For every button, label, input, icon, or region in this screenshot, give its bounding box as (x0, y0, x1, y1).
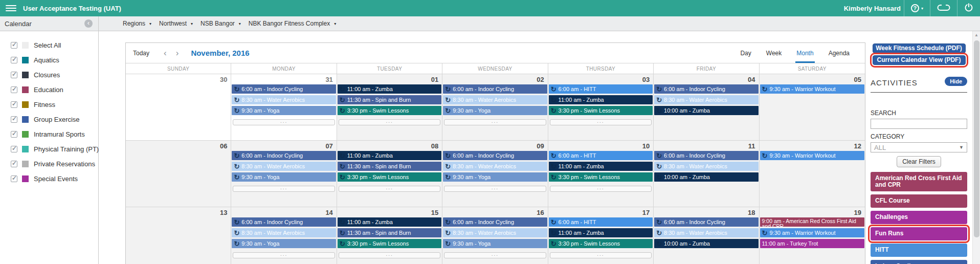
calendar-event[interactable]: ↻9:30 am - Yoga (443, 106, 547, 115)
activity-item[interactable]: Indoor Cycling (871, 260, 967, 264)
calendar-event[interactable]: ↻3:30 pm - Swim Lessons (338, 239, 441, 248)
vertical-scrollbar[interactable]: ▲ (972, 31, 980, 264)
more-events-button[interactable]: ... (339, 186, 440, 192)
day-cell[interactable]: 14↻6:00 am - Indoor Cycling↻8:30 am - Wa… (231, 207, 337, 264)
more-events-button[interactable]: ... (444, 252, 546, 258)
day-cell[interactable]: 13 (126, 207, 231, 264)
calendar-event[interactable]: ↻3:30 pm - Swim Lessons (338, 106, 441, 115)
more-events-button[interactable]: ... (339, 119, 440, 125)
breadcrumb-item[interactable]: NSB Bangor▾ (201, 20, 241, 27)
calendar-event[interactable]: ↻11:30 am - Spin and Burn (338, 162, 441, 171)
filter-item[interactable]: Education (0, 82, 98, 97)
calendar-event[interactable]: ↻3:30 pm - Swim Lessons (338, 172, 441, 182)
checkbox-checked-icon[interactable] (11, 101, 17, 108)
calendar-event[interactable]: ↻6:00 am - Indoor Cycling (654, 217, 758, 227)
calendar-event[interactable]: ↻8:30 am - Water Aerobics (443, 228, 547, 237)
filter-item[interactable]: Select All (0, 38, 98, 53)
filter-item[interactable]: Intramural Sports (0, 127, 98, 142)
filter-item[interactable]: Private Reservations (0, 157, 98, 171)
calendar-event[interactable]: ↻3:30 pm - Swim Lessons (549, 239, 653, 248)
calendar-event[interactable]: ↻11:30 am - Spin and Burn (338, 228, 441, 237)
previous-month-icon[interactable]: ‹ (164, 50, 167, 57)
day-cell[interactable]: 15↻11:00 am - Zumba↻11:30 am - Spin and … (337, 207, 442, 264)
tab-day[interactable]: Day (739, 43, 752, 63)
more-events-button[interactable]: ... (233, 119, 335, 125)
day-cell[interactable]: 12↻9:30 am - Warrior Workout (760, 141, 865, 207)
day-cell[interactable]: 10↻6:00 am - HITT↻11:00 am - Zumba↻3:30 … (548, 141, 654, 207)
calendar-event[interactable]: 11:00 am - Turkey Trot (760, 239, 864, 248)
day-cell[interactable]: 07↻6:00 am - Indoor Cycling↻8:30 am - Wa… (231, 141, 337, 207)
calendar-event[interactable]: ↻8:30 am - Water Aerobics (232, 95, 336, 104)
activity-item[interactable]: HITT (871, 244, 967, 257)
checkbox-checked-icon[interactable] (11, 161, 17, 167)
calendar-event[interactable]: ↻8:30 am - Water Aerobics (443, 162, 547, 171)
more-events-button[interactable]: ... (550, 186, 652, 192)
more-events-button[interactable]: ... (233, 186, 335, 192)
filter-item[interactable]: Special Events (0, 171, 98, 186)
calendar-event[interactable]: ↻8:30 am - Water Aerobics (232, 228, 336, 237)
search-input[interactable] (871, 119, 967, 129)
calendar-event[interactable]: ↻3:30 pm - Swim Lessons (549, 106, 653, 115)
calendar-event[interactable]: ↻8:30 am - Water Aerobics (232, 162, 336, 171)
menu-icon[interactable] (6, 4, 16, 13)
category-select[interactable]: ALL ▼ (871, 142, 967, 152)
calendar-event[interactable]: ↻9:30 am - Yoga (232, 106, 336, 115)
calendar-event[interactable]: ↻6:00 am - Indoor Cycling (443, 217, 547, 227)
checkbox-checked-icon[interactable] (11, 72, 17, 78)
more-events-button[interactable]: ... (444, 186, 546, 192)
calendar-event[interactable]: ↻6:00 am - Indoor Cycling (443, 84, 547, 94)
tab-agenda[interactable]: Agenda (828, 43, 851, 63)
breadcrumb-item[interactable]: NBK Bangor Fitness Complex▾ (249, 20, 336, 27)
day-cell[interactable]: 06 (126, 141, 231, 207)
calendar-event[interactable]: ↻10:00 am - Zumba (654, 172, 758, 182)
calendar-event[interactable]: 9:00 am - American Red Cross First Aid a… (760, 217, 864, 227)
day-cell[interactable]: 04↻6:00 am - Indoor Cycling↻8:30 am - Wa… (654, 74, 759, 140)
day-cell[interactable]: 16↻6:00 am - Indoor Cycling↻8:30 am - Wa… (442, 207, 548, 264)
calendar-event[interactable]: ↻6:00 am - Indoor Cycling (232, 151, 336, 160)
calendar-event[interactable]: ↻11:00 am - Zumba (549, 162, 653, 171)
hide-activities-button[interactable]: Hide (945, 77, 967, 86)
calendar-event[interactable]: ↻8:30 am - Water Aerobics (654, 95, 758, 104)
logout-button[interactable] (957, 0, 980, 16)
calendar-event[interactable]: ↻6:00 am - Indoor Cycling (232, 84, 336, 94)
more-events-button[interactable]: ... (339, 252, 440, 258)
checkbox-checked-icon[interactable] (11, 57, 17, 63)
day-cell[interactable]: 11↻6:00 am - Indoor Cycling↻8:30 am - Wa… (654, 141, 759, 207)
calendar-event[interactable]: ↻9:30 am - Yoga (443, 239, 547, 248)
calendar-event[interactable]: ↻3:30 pm - Swim Lessons (549, 172, 653, 182)
help-button[interactable]: ? ▾ (904, 0, 930, 16)
day-cell[interactable]: 09↻6:00 am - Indoor Cycling↻8:30 am - Wa… (442, 141, 548, 207)
day-cell[interactable]: 05↻9:30 am - Warrior Workout (760, 74, 865, 140)
today-button[interactable]: Today (133, 50, 149, 57)
calendar-event[interactable]: ↻6:00 am - Indoor Cycling (654, 151, 758, 160)
calendar-event[interactable]: ↻11:00 am - Zumba (338, 151, 441, 160)
calendar-event[interactable]: ↻11:00 am - Zumba (549, 228, 653, 237)
next-month-icon[interactable]: › (176, 50, 179, 57)
more-events-button[interactable]: ... (550, 119, 652, 125)
filter-item[interactable]: Aquatics (0, 53, 98, 68)
current-calendar-view-pdf-button[interactable]: Current Calendar View (PDF) (873, 55, 966, 65)
collapse-sidebar-button[interactable]: ‹ (84, 19, 93, 28)
day-cell[interactable]: 199:00 am - American Red Cross First Aid… (760, 207, 865, 264)
more-events-button[interactable]: ... (550, 252, 652, 258)
filter-item[interactable]: Physical Training (PT) (0, 142, 98, 157)
day-cell[interactable]: 02↻6:00 am - Indoor Cycling↻8:30 am - Wa… (442, 74, 548, 140)
more-events-button[interactable]: ... (444, 119, 546, 125)
activity-item[interactable]: Challenges (871, 211, 967, 224)
checkbox-checked-icon[interactable] (11, 42, 17, 49)
tab-week[interactable]: Week (765, 43, 783, 63)
day-cell[interactable]: 31↻6:00 am - Indoor Cycling↻8:30 am - Wa… (231, 74, 337, 140)
calendar-event[interactable]: ↻11:00 am - Zumba (549, 95, 653, 104)
checkbox-checked-icon[interactable] (11, 175, 17, 182)
calendar-event[interactable]: ↻6:00 am - HITT (549, 84, 653, 94)
day-cell[interactable]: 03↻6:00 am - HITT↻11:00 am - Zumba↻3:30 … (548, 74, 654, 140)
checkbox-checked-icon[interactable] (11, 86, 17, 93)
day-cell[interactable]: 18↻6:00 am - Indoor Cycling↻8:30 am - Wa… (654, 207, 759, 264)
week-fitness-schedule-pdf-button[interactable]: Week Fitness Schedule (PDF) (873, 43, 966, 53)
breadcrumb-item[interactable]: Regions▾ (123, 20, 151, 27)
calendar-event[interactable]: ↻11:30 am - Spin and Burn (338, 95, 441, 104)
scrollbar-thumb[interactable] (974, 40, 979, 237)
calendar-event[interactable]: ↻8:30 am - Water Aerobics (654, 228, 758, 237)
calendar-event[interactable]: ↻6:00 am - Indoor Cycling (232, 217, 336, 227)
calendar-event[interactable]: ↻9:30 am - Warrior Workout (760, 228, 864, 237)
